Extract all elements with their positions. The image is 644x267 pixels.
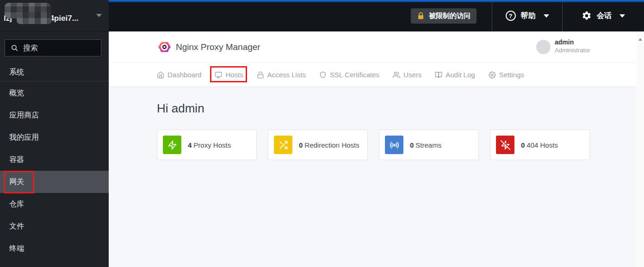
page-title: Hi admin xyxy=(157,101,204,116)
stat-value: 4 xyxy=(188,141,192,149)
chevron-down-icon xyxy=(96,14,102,17)
stat-label: Streams xyxy=(415,141,441,149)
user-menu[interactable]: admin Administrator xyxy=(555,38,590,54)
stat-value: 0 xyxy=(299,141,303,149)
tab-access-lists[interactable]: Access Lists xyxy=(257,71,306,79)
app-title: Nginx Proxy Manager xyxy=(176,42,260,52)
sidebar-divider xyxy=(0,81,109,81)
session-label: 会话 xyxy=(597,11,612,21)
stat-card-redirection-hosts[interactable]: 0Redirection Hosts xyxy=(268,130,368,160)
npm-logo xyxy=(158,40,171,54)
dashboard-content: Hi admin 4Proxy Hosts xyxy=(109,87,637,267)
sidebar: lzj 44piei7... 系统 概览 应用商店 我的应用 容器 网关 仓库 xyxy=(0,0,109,267)
monitor-icon xyxy=(215,71,222,79)
zap-off-icon xyxy=(496,136,514,154)
sidebar-item-files[interactable]: 文件 xyxy=(0,215,109,237)
gear-icon xyxy=(489,71,496,79)
shuffle-icon xyxy=(274,136,292,154)
sidebar-item-app-store[interactable]: 应用商店 xyxy=(0,104,109,126)
app-nav: Dashboard Hosts Access Lists SSL Certifi… xyxy=(109,63,637,87)
censor-blur xyxy=(17,12,52,24)
sidebar-search[interactable] xyxy=(5,39,101,56)
users-icon xyxy=(393,71,400,79)
scroll-up-arrow[interactable] xyxy=(638,38,642,41)
sidebar-section-system: 系统 xyxy=(9,68,24,77)
tab-label: Access Lists xyxy=(267,71,306,79)
stat-card-proxy-hosts[interactable]: 4Proxy Hosts xyxy=(157,130,257,160)
tab-users[interactable]: Users xyxy=(393,71,421,79)
shield-icon xyxy=(319,71,327,79)
stat-card-404-hosts[interactable]: 0404 Hosts xyxy=(490,130,590,160)
sidebar-item-overview[interactable]: 概览 xyxy=(0,82,109,104)
user-name: admin xyxy=(555,38,590,47)
radio-icon xyxy=(385,136,403,154)
home-icon xyxy=(157,71,164,79)
sidebar-item-my-apps[interactable]: 我的应用 xyxy=(0,126,109,149)
lock-icon xyxy=(257,71,264,79)
tab-audit-log[interactable]: Audit Log xyxy=(435,71,475,79)
tab-label: Audit Log xyxy=(446,71,475,79)
stat-label: 404 Hosts xyxy=(526,141,558,149)
session-menu[interactable]: 会话 xyxy=(563,0,644,31)
restricted-access-badge[interactable]: 被限制的访问 xyxy=(411,8,477,24)
stat-card-streams[interactable]: 0Streams xyxy=(379,130,479,160)
top-system-bar: 被限制的访问 ? 帮助 会话 xyxy=(109,0,644,31)
tab-settings[interactable]: Settings xyxy=(489,71,524,79)
zap-icon xyxy=(163,136,181,154)
chevron-down-icon xyxy=(619,14,625,18)
sidebar-item-containers[interactable]: 容器 xyxy=(0,149,109,171)
tab-label: SSL Certificates xyxy=(330,71,379,79)
avatar[interactable] xyxy=(536,40,551,54)
help-icon: ? xyxy=(506,11,516,21)
chevron-down-icon xyxy=(544,14,549,18)
stat-cards: 4Proxy Hosts 0Redirection Hosts xyxy=(157,130,590,160)
stat-value: 0 xyxy=(521,141,525,149)
lock-icon xyxy=(417,12,425,20)
device-menu[interactable]: lzj 44piei7... xyxy=(0,0,109,31)
book-icon xyxy=(435,71,442,79)
gear-icon xyxy=(582,11,592,21)
tab-hosts[interactable]: Hosts xyxy=(215,71,243,79)
help-label: 帮助 xyxy=(521,11,536,21)
search-icon xyxy=(11,44,19,52)
stat-value: 0 xyxy=(410,141,414,149)
tab-label: Hosts xyxy=(225,71,243,79)
help-menu[interactable]: ? 帮助 xyxy=(492,0,562,31)
sidebar-item-terminal[interactable]: 终端 xyxy=(0,237,109,260)
tab-dashboard[interactable]: Dashboard xyxy=(157,71,201,79)
restricted-access-label: 被限制的访问 xyxy=(429,12,471,20)
app-header: Nginx Proxy Manager admin Administrator xyxy=(109,31,637,63)
stat-label: Redirection Hosts xyxy=(304,141,359,149)
tab-label: Settings xyxy=(499,71,524,79)
search-input[interactable] xyxy=(23,44,93,52)
user-role: Administrator xyxy=(555,47,590,54)
sidebar-menu: 概览 应用商店 我的应用 容器 网关 仓库 文件 终端 xyxy=(0,82,109,260)
sidebar-item-repository[interactable]: 仓库 xyxy=(0,193,109,215)
tab-label: Users xyxy=(403,71,421,79)
tab-ssl-certificates[interactable]: SSL Certificates xyxy=(319,71,379,79)
screen: 被限制的访问 ? 帮助 会话 lzj 44piei7... xyxy=(0,0,644,267)
stat-label: Proxy Hosts xyxy=(193,141,231,149)
scrollbar[interactable] xyxy=(637,31,644,267)
sidebar-item-gateway[interactable]: 网关 xyxy=(0,171,109,193)
tab-label: Dashboard xyxy=(167,71,201,79)
